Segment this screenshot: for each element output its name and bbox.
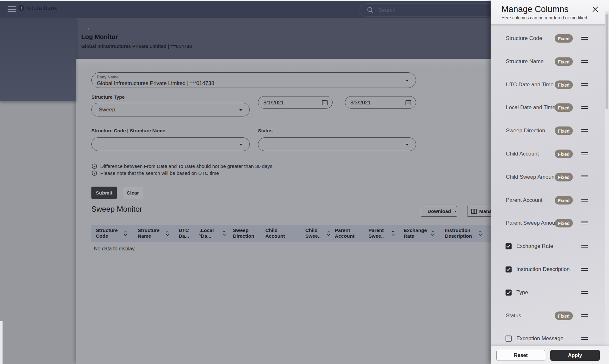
column-item-label: Parent Sweep Amount [506,220,559,226]
back-arrow-icon[interactable]: ← [86,24,94,31]
clear-button[interactable]: Clear [123,187,143,199]
column-item-label: Structure Code [506,35,542,42]
column-header-label: Child Account [265,228,290,239]
drag-handle-icon[interactable] [581,222,588,225]
sort-icon[interactable] [391,230,395,236]
fixed-badge: Fixed [555,312,573,320]
column-header[interactable]: Structure Code [96,225,128,242]
scrollbar-thumb[interactable] [606,14,608,109]
fixed-badge: Fixed [555,173,573,182]
status-select[interactable] [258,137,416,151]
drag-handle-icon[interactable] [581,152,588,156]
column-header-label: Parent Account [335,228,360,239]
calendar-icon[interactable] [405,99,411,105]
column-header: Parent Account [335,225,366,242]
column-item-local-date-and-time: Local Date and TimeFixed [491,96,609,119]
brand-text: futura bank [26,4,57,11]
column-header[interactable]: UTC Da... [179,225,203,242]
column-header[interactable]: Instruction Description [445,225,483,242]
menu-icon[interactable] [8,6,16,13]
calendar-icon[interactable] [322,99,328,105]
drag-handle-icon[interactable] [581,268,588,271]
note-text: Please note that the search will be base… [100,170,219,176]
column-item-label: Parent Account [506,197,542,203]
drag-handle-icon[interactable] [581,60,588,63]
drag-handle-icon[interactable] [581,37,588,40]
download-button[interactable]: Download [421,206,457,217]
column-header-label: UTC Da... [179,228,197,239]
column-header[interactable]: Local Da... [201,225,227,242]
page-title: Log Monitor [81,33,118,41]
to-date-value: 8/3/2021 [350,99,371,105]
column-item-status: StatusFixed [491,304,609,327]
panel-subtitle: Here columns can be reordered or modifie… [501,15,587,20]
column-header[interactable]: Child Swee.. [305,225,331,242]
column-item-type: Type [491,281,609,304]
party-name-label: Party Name [97,75,119,79]
from-date-input[interactable]: 8/1/2021 [258,96,333,109]
drag-handle-icon[interactable] [581,291,588,294]
sidebar [0,18,76,101]
sort-icon[interactable] [124,230,127,236]
drag-handle-icon[interactable] [581,337,588,340]
structure-type-select[interactable]: Sweep [91,103,250,116]
fixed-badge: Fixed [555,34,573,43]
drag-handle-icon[interactable] [581,83,588,86]
column-header: Sweep Direction [233,225,263,242]
sort-icon[interactable] [222,230,226,236]
submit-button[interactable]: Submit [91,187,117,199]
column-item-label: Status [506,313,521,319]
column-header-label: Structure Code [96,228,122,239]
structure-type-value: Sweep [99,107,115,113]
fixed-badge: Fixed [555,219,573,228]
note-text: Difference between From Date and To Date… [100,163,274,169]
brand-logo[interactable]: ƒ futura bank [18,4,57,11]
panel-scrollbar[interactable] [605,11,609,364]
fixed-badge: Fixed [555,150,573,158]
column-header-label: Instruction Description [445,228,477,239]
empty-table-message: No data to display. [94,246,136,252]
close-icon[interactable] [592,6,599,13]
structure-type-label: Structure Type [91,94,125,100]
column-checkbox[interactable] [506,267,512,273]
reset-button[interactable]: Reset [496,350,545,361]
party-name-select[interactable]: Party Name Global Infrastructures Privat… [91,72,416,88]
sort-icon[interactable] [327,230,330,236]
info-icon [92,170,97,176]
chevron-down-icon [454,211,457,212]
status-label: Status [258,128,273,133]
chevron-down-icon [406,144,409,146]
fixed-badge: Fixed [555,57,573,66]
apply-button[interactable]: Apply [550,350,600,361]
column-item-label: Structure Name [506,58,544,65]
fixed-badge: Fixed [555,81,573,89]
structure-code-name-select[interactable] [91,137,250,151]
column-header[interactable]: Structure Name [138,225,170,242]
to-date-input[interactable]: 8/3/2021 [345,96,416,109]
sort-icon[interactable] [479,230,482,236]
drag-handle-icon[interactable] [581,199,588,202]
column-header[interactable]: Parent Swee.. [368,225,396,242]
drag-handle-icon[interactable] [581,245,588,248]
panel-column-list: Structure CodeFixedStructure NameFixedUT… [491,24,609,346]
column-checkbox[interactable] [506,290,512,296]
column-header: Child Account [265,225,296,242]
drag-handle-icon[interactable] [581,106,588,109]
column-item-utc-date-and-time: UTC Date and TimeFixed [491,73,609,96]
column-item-label: Instruction Description [516,266,570,273]
column-checkbox[interactable] [506,243,512,249]
column-checkbox[interactable] [506,336,512,342]
column-item-structure-code: Structure CodeFixed [491,27,609,50]
drag-handle-icon[interactable] [581,175,588,179]
sort-icon[interactable] [166,230,169,236]
column-header-label: Parent Swee.. [368,228,389,239]
drag-handle-icon[interactable] [581,129,588,132]
app-root: ƒ futura bank Search ← Log Monitor Globa… [0,0,609,364]
column-item-parent-account: Parent AccountFixed [491,189,609,212]
column-header[interactable]: Exchange Rate [404,225,435,242]
sort-icon[interactable] [431,230,434,236]
column-header-label: Exchange Rate [404,228,429,239]
column-item-label: Exception Message [516,335,563,342]
drag-handle-icon[interactable] [581,314,588,317]
fixed-badge: Fixed [555,103,573,112]
